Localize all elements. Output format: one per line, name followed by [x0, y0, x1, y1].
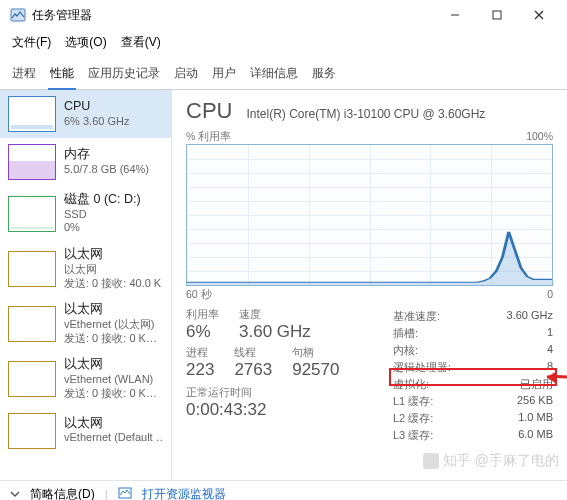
window-title: 任务管理器	[32, 7, 92, 24]
ethernet-thumbnail-icon	[8, 251, 56, 287]
performance-sidebar[interactable]: CPU 6% 3.60 GHz 内存 5.0/7.8 GB (64%) 磁盘 0…	[0, 90, 172, 480]
sidebar-item-label: 磁盘 0 (C: D:)	[64, 192, 141, 208]
l2-cache-label: L2 缓存:	[393, 411, 433, 426]
logical-procs-label: 逻辑处理器:	[393, 360, 451, 375]
sidebar-item-sub: vEthernet (Default …	[64, 431, 163, 445]
base-speed-value: 3.60 GHz	[507, 309, 553, 324]
open-resource-monitor-link[interactable]: 打开资源监视器	[142, 486, 226, 500]
cpu-thumbnail-icon	[8, 96, 56, 132]
tab-startup[interactable]: 启动	[172, 61, 200, 89]
detail-title: CPU	[186, 98, 232, 124]
base-speed-label: 基准速度:	[393, 309, 440, 324]
chevron-down-icon[interactable]	[10, 488, 20, 501]
memory-thumbnail-icon	[8, 144, 56, 180]
util-value: 6%	[186, 322, 219, 342]
tab-processes[interactable]: 进程	[10, 61, 38, 89]
tab-users[interactable]: 用户	[210, 61, 238, 89]
speed-label: 速度	[239, 308, 311, 322]
uptime-label: 正常运行时间	[186, 386, 375, 400]
sidebar-item-sub: vEthernet (WLAN)	[64, 373, 163, 387]
handles-value: 92570	[292, 360, 339, 380]
l1-cache-value: 256 KB	[517, 394, 553, 409]
cpu-utilization-chart[interactable]	[186, 144, 553, 286]
sidebar-item-sub: 5.0/7.8 GB (64%)	[64, 163, 149, 177]
sidebar-item-label: 以太网	[64, 416, 163, 432]
sidebar-item-cpu[interactable]: CPU 6% 3.60 GHz	[0, 90, 171, 138]
chart-bottom-left-label: 60 秒	[186, 288, 212, 302]
sidebar-item-label: CPU	[64, 99, 129, 115]
sidebar-item-ethernet-1[interactable]: 以太网 vEthernet (以太网) 发送: 0 接收: 0 Kbps	[0, 296, 171, 351]
menu-options[interactable]: 选项(O)	[59, 32, 112, 53]
status-bar: 简略信息(D) | 打开资源监视器	[0, 480, 567, 500]
sockets-label: 插槽:	[393, 326, 418, 341]
ethernet-thumbnail-icon	[8, 306, 56, 342]
resmon-icon	[118, 486, 132, 500]
handles-label: 句柄	[292, 346, 339, 360]
sidebar-item-sub2: 0%	[64, 221, 141, 235]
menu-file[interactable]: 文件(F)	[6, 32, 57, 53]
ethernet-thumbnail-icon	[8, 413, 56, 449]
cores-label: 内核:	[393, 343, 418, 358]
performance-detail: CPU Intel(R) Core(TM) i3-10100 CPU @ 3.6…	[172, 90, 567, 480]
sidebar-item-ethernet-2[interactable]: 以太网 vEthernet (WLAN) 发送: 0 接收: 0 Kbps	[0, 351, 171, 406]
sidebar-item-sub: SSD	[64, 208, 141, 222]
titlebar: 任务管理器	[0, 0, 567, 30]
virtualization-value: 已启用	[520, 377, 553, 392]
virtualization-label: 虚拟化:	[393, 377, 429, 392]
threads-label: 线程	[234, 346, 272, 360]
processes-label: 进程	[186, 346, 214, 360]
sidebar-item-sub: 6% 3.60 GHz	[64, 115, 129, 129]
l2-cache-value: 1.0 MB	[518, 411, 553, 426]
sidebar-item-memory[interactable]: 内存 5.0/7.8 GB (64%)	[0, 138, 171, 186]
logical-procs-value: 8	[547, 360, 553, 375]
cores-value: 4	[547, 343, 553, 358]
chart-bottom-right-label: 0	[547, 288, 553, 302]
sidebar-item-ethernet-3[interactable]: 以太网 vEthernet (Default …	[0, 407, 171, 455]
app-icon	[10, 7, 26, 23]
minimize-button[interactable]	[435, 1, 475, 29]
detail-model: Intel(R) Core(TM) i3-10100 CPU @ 3.60GHz	[246, 107, 485, 121]
tab-details[interactable]: 详细信息	[248, 61, 300, 89]
sidebar-item-disk[interactable]: 磁盘 0 (C: D:) SSD 0%	[0, 186, 171, 241]
tab-app-history[interactable]: 应用历史记录	[86, 61, 162, 89]
svg-rect-3	[493, 11, 501, 19]
chart-top-right-label: 100%	[526, 130, 553, 144]
sidebar-item-label: 以太网	[64, 357, 163, 373]
chart-top-left-label: % 利用率	[186, 130, 231, 144]
sidebar-item-sub: vEthernet (以太网)	[64, 318, 163, 332]
l3-cache-label: L3 缓存:	[393, 428, 433, 443]
menu-view[interactable]: 查看(V)	[115, 32, 167, 53]
tab-bar: 进程 性能 应用历史记录 启动 用户 详细信息 服务	[0, 57, 567, 90]
processes-value: 223	[186, 360, 214, 380]
l1-cache-label: L1 缓存:	[393, 394, 433, 409]
sidebar-item-label: 内存	[64, 147, 149, 163]
tab-services[interactable]: 服务	[310, 61, 338, 89]
tab-performance[interactable]: 性能	[48, 61, 76, 90]
sidebar-item-label: 以太网	[64, 247, 161, 263]
sidebar-item-sub2: 发送: 0 接收: 40.0 K	[64, 277, 161, 291]
brief-info-link[interactable]: 简略信息(D)	[30, 486, 95, 500]
ethernet-thumbnail-icon	[8, 361, 56, 397]
disk-thumbnail-icon	[8, 196, 56, 232]
close-button[interactable]	[519, 1, 559, 29]
uptime-value: 0:00:43:32	[186, 400, 375, 420]
maximize-button[interactable]	[477, 1, 517, 29]
sockets-value: 1	[547, 326, 553, 341]
speed-value: 3.60 GHz	[239, 322, 311, 342]
util-label: 利用率	[186, 308, 219, 322]
sidebar-item-sub2: 发送: 0 接收: 0 Kbps	[64, 332, 163, 346]
sidebar-item-label: 以太网	[64, 302, 163, 318]
threads-value: 2763	[234, 360, 272, 380]
cpu-specs: 基准速度:3.60 GHz 插槽:1 内核:4 逻辑处理器:8 虚拟化:已启用 …	[393, 308, 553, 444]
sidebar-item-ethernet-0[interactable]: 以太网 以太网 发送: 0 接收: 40.0 K	[0, 241, 171, 296]
l3-cache-value: 6.0 MB	[518, 428, 553, 443]
cpu-line-icon	[187, 145, 552, 285]
sidebar-item-sub: 以太网	[64, 263, 161, 277]
sidebar-item-sub2: 发送: 0 接收: 0 Kbps	[64, 387, 163, 401]
menu-bar: 文件(F) 选项(O) 查看(V)	[0, 30, 567, 57]
